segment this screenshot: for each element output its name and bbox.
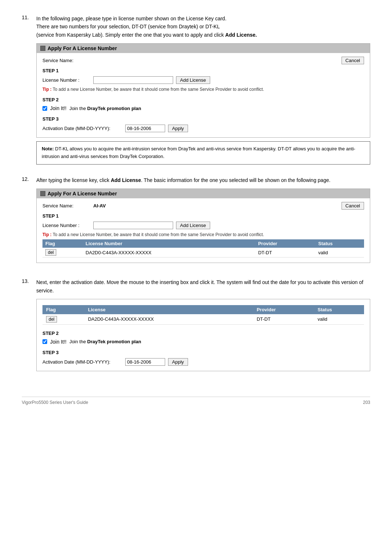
license-table-3: Flag License Provider Status del DA2D0-C… [42,305,364,325]
tip-row-1: Tip : To add a new License Number, be aw… [42,87,364,92]
step-11: 11. In the following page, please type i… [22,15,370,165]
tip-row-2: Tip : To add a new License Number, be aw… [42,232,364,237]
license-table-3-header-license: License [84,305,253,314]
step-11-paragraph: In the following page, please type in li… [36,15,370,39]
step1-label-2: STEP 1 [42,213,364,219]
step-12-number: 12. [22,176,36,267]
join-checkbox-3[interactable] [42,339,47,344]
step-11-text: In the following page, please type in li… [36,15,370,165]
promotion-text-3: Join the DrayTek promotion plan [69,339,141,344]
promotion-text-1: Join the DrayTek promotion plan [69,106,141,111]
license-table-2: Flag License Number Provider Status del … [42,239,364,258]
panel-2-header: Apply For A License Number [37,189,370,198]
license-table-3-del: del [42,314,84,325]
activation-input-1[interactable] [125,125,165,132]
panel-step13: Flag License Provider Status del DA2D0-C… [36,299,370,371]
service-name-row-1: Service Name: Cancel [42,57,364,64]
panel-1-body: Service Name: Cancel STEP 1 License Numb… [37,53,370,137]
footer-right: 203 [363,400,370,405]
join-row-3: Join It!! Join the DrayTek promotion pla… [42,339,364,345]
step1-label-1: STEP 1 [42,68,364,73]
license-table-3-provider: DT-DT [253,314,314,325]
join-checkbox-1[interactable] [42,106,47,111]
page-footer: VigorPro5500 Series User's Guide 203 [22,397,370,405]
join-promotion-prefix-1: Join the [69,106,87,111]
license-table-2-header-provider: Provider [255,239,315,248]
license-number-label-1: License Number : [42,77,93,83]
activation-row-3: Activation Date (MM-DD-YYYY): Apply [42,358,364,366]
step-13-number: 13. [22,278,36,375]
activation-input-3[interactable] [125,358,165,366]
step-12: 12. After typing the license key, click … [22,176,370,267]
del-button-2[interactable]: del [45,249,56,256]
panel-3-body: Flag License Provider Status del DA2D0-C… [37,299,370,371]
panel-2-body: Service Name: AI-AV Cancel STEP 1 Licens… [37,198,370,263]
tip-content-1: To add a new License Number, be aware th… [53,87,264,92]
apply-button-3[interactable]: Apply [168,358,188,366]
activation-label-1: Activation Date (MM-DD-YYYY): [42,126,122,131]
step-12-bold: Add License [111,177,141,183]
step-13-text: Next, enter the activation date. Move th… [36,278,370,375]
del-button-3[interactable]: del [46,316,57,323]
promotion-brand-3: DrayTek promotion plan [87,339,141,344]
note-text-1: DT-KL allows you to acquire the anti-int… [42,146,355,159]
panel-apply-license-1: Apply For A License Number Service Name:… [36,43,370,138]
tip-label-2: Tip : [42,232,52,237]
service-name-label-1: Service Name: [42,58,93,63]
cancel-button-2[interactable]: Cancel [342,202,364,210]
panel-2-header-icon [40,191,45,196]
step-13: 13. Next, enter the activation date. Mov… [22,278,370,375]
table-row: del DA2D0-C443A-XXXXX-XXXXX DT-DT valid [42,314,364,325]
license-table-3-license: DA2D0-C443A-XXXXX-XXXXX [84,314,253,325]
page-content: 11. In the following page, please type i… [22,15,370,405]
promotion-brand-1: DrayTek promotion plan [87,106,141,111]
tip-content-2: To add a new License Number, be aware th… [53,232,264,237]
join-label-1: Join It!! [50,105,66,111]
step-11-line1: In the following page, please type in li… [36,16,226,21]
step-11-bold: Add License. [225,32,257,38]
step3-label-1: STEP 3 [42,116,364,122]
step-12-line2: . The basic information for the one you … [141,177,330,183]
license-table-2-del: del [42,248,83,258]
license-table-2-provider: DT-DT [255,248,315,258]
step-11-line3: (service from Kaspersky Lab). Simply ent… [36,32,224,38]
license-number-input-2[interactable] [93,222,173,229]
license-table-2-license: DA2D0-C443A-XXXXX-XXXXX [83,248,255,258]
add-license-button-1[interactable]: Add License [176,76,210,84]
panel-1-title: Apply For A License Number [48,45,117,51]
footer-left: VigorPro5500 Series User's Guide [22,400,88,405]
note-label-1: Note: [42,146,54,151]
license-number-row-2: License Number : Add License [42,222,364,229]
panel-2-title: Apply For A License Number [48,191,117,197]
step-12-paragraph: After typing the license key, click Add … [36,176,370,184]
step-12-text: After typing the license key, click Add … [36,176,370,267]
panel-apply-license-2: Apply For A License Number Service Name:… [36,189,370,263]
service-name-label-2: Service Name: [42,203,93,208]
license-table-3-header-flag: Flag [42,305,84,314]
license-table-3-header-status: Status [314,305,364,314]
license-number-input-1[interactable] [93,76,173,84]
note-box-1: Note: DT-KL allows you to acquire the an… [36,141,370,165]
step3-label-3: STEP 3 [42,350,364,355]
license-table-2-header-status: Status [315,239,364,248]
join-promotion-prefix-3: Join the [69,339,87,344]
license-number-row-1: License Number : Add License [42,76,364,84]
join-label-3: Join It!! [50,339,66,345]
step-13-paragraph: Next, enter the activation date. Move th… [36,278,370,295]
step2-label-1: STEP 2 [42,97,364,102]
license-table-2-header-license: License Number [83,239,255,248]
service-name-row-2: Service Name: AI-AV Cancel [42,202,364,210]
apply-button-1[interactable]: Apply [168,125,188,132]
license-table-2-status: valid [315,248,364,258]
panel-1-header: Apply For A License Number [37,44,370,53]
service-name-value-2: AI-AV [93,203,106,208]
activation-label-3: Activation Date (MM-DD-YYYY): [42,359,122,365]
license-table-3-header-provider: Provider [253,305,314,314]
license-number-label-2: License Number : [42,223,93,228]
add-license-button-2[interactable]: Add License [176,222,210,229]
panel-header-icon [40,46,45,51]
cancel-button-1[interactable]: Cancel [342,57,364,64]
activation-row-1: Activation Date (MM-DD-YYYY): Apply [42,125,364,132]
license-table-3-status: valid [314,314,364,325]
step-11-number: 11. [22,15,36,165]
